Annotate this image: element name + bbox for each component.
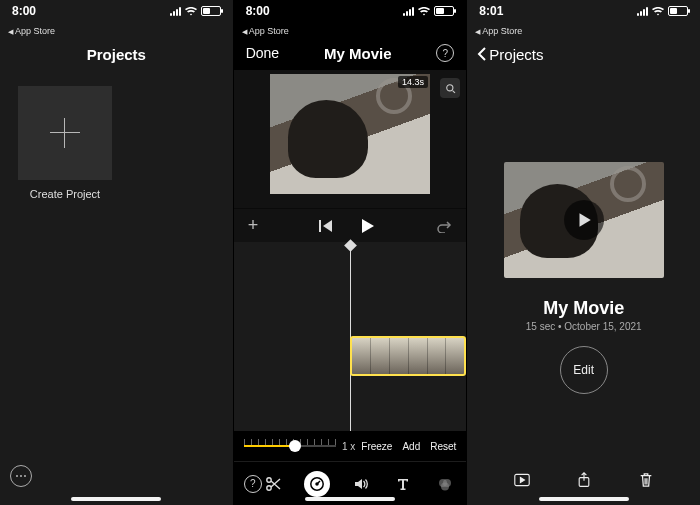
movie-title: My Movie (467, 298, 700, 319)
battery-icon (201, 6, 221, 16)
back-to-app[interactable]: App Store (0, 26, 233, 36)
text-icon[interactable] (392, 473, 414, 495)
back-to-app[interactable]: App Store (467, 26, 700, 36)
svg-rect-1 (319, 220, 321, 232)
filters-icon[interactable] (434, 473, 456, 495)
battery-icon (668, 6, 688, 16)
speed-slider[interactable] (244, 437, 336, 455)
status-icons (403, 4, 454, 16)
play-rect-icon[interactable] (511, 469, 533, 491)
home-indicator[interactable] (71, 497, 161, 501)
back-to-app[interactable]: App Store (234, 26, 467, 36)
cellular-icon (170, 7, 181, 16)
svg-point-8 (441, 482, 449, 490)
page-title: Projects (0, 36, 233, 72)
edit-button[interactable]: Edit (560, 346, 608, 394)
scissors-icon[interactable] (262, 473, 284, 495)
wifi-icon (652, 7, 664, 16)
done-button[interactable]: Done (246, 45, 279, 61)
editor-header: Done My Movie ? (234, 36, 467, 70)
preview-pane: 14.3s (234, 70, 467, 208)
status-time: 8:00 (246, 4, 270, 18)
wifi-icon (185, 7, 197, 16)
play-overlay[interactable] (504, 162, 664, 278)
share-icon[interactable] (573, 469, 595, 491)
home-indicator[interactable] (539, 497, 629, 501)
chevron-left-icon (477, 46, 487, 62)
plus-icon (50, 118, 80, 148)
movie-meta: 15 sec • October 15, 2021 (467, 321, 700, 332)
back-label: Projects (489, 46, 543, 63)
battery-icon (434, 6, 454, 16)
add-media-button[interactable]: + (248, 215, 259, 236)
rewind-button[interactable] (319, 220, 333, 232)
cellular-icon (403, 7, 414, 16)
zoom-button[interactable] (440, 78, 460, 98)
more-button[interactable]: ⋯ (10, 465, 32, 487)
timeline[interactable] (234, 242, 467, 431)
help-button[interactable]: ? (436, 44, 454, 62)
duration-tag: 14.3s (398, 76, 428, 88)
add-button[interactable]: Add (402, 441, 420, 452)
movie-thumbnail[interactable] (504, 162, 664, 278)
editor-screen: 8:00 App Store Done My Movie ? 14.3s + (234, 0, 467, 505)
bottom-actions (467, 469, 700, 491)
transport-bar: + (234, 208, 467, 242)
project-title: My Movie (324, 45, 392, 62)
speedometer-icon[interactable] (304, 471, 330, 497)
play-icon (564, 200, 604, 240)
home-indicator[interactable] (305, 497, 395, 501)
preview-video-thumb[interactable]: 14.3s (270, 74, 430, 194)
svg-point-3 (267, 485, 271, 489)
svg-point-2 (267, 477, 271, 481)
play-button[interactable] (359, 218, 375, 234)
project-detail-screen: 8:01 App Store Projects My Movie 15 sec (467, 0, 700, 505)
wifi-icon (418, 7, 430, 16)
speed-value: 1 x (342, 441, 355, 452)
status-time: 8:01 (479, 4, 503, 18)
trash-icon[interactable] (635, 469, 657, 491)
projects-screen: 8:00 App Store Projects Create Project ⋯ (0, 0, 233, 505)
volume-icon[interactable] (350, 473, 372, 495)
svg-point-0 (447, 84, 453, 90)
video-clip[interactable] (350, 336, 466, 376)
freeze-button[interactable]: Freeze (361, 441, 392, 452)
status-time: 8:00 (12, 4, 36, 18)
back-button[interactable]: Projects (467, 36, 700, 72)
speed-controls: 1 x Freeze Add Reset (234, 431, 467, 461)
undo-button[interactable] (436, 219, 452, 233)
status-icons (637, 4, 688, 16)
create-project-label: Create Project (18, 188, 112, 200)
cellular-icon (637, 7, 648, 16)
help-button-bottom[interactable]: ? (244, 475, 262, 493)
svg-point-5 (316, 483, 318, 485)
status-icons (170, 4, 221, 16)
create-project-tile[interactable] (18, 86, 112, 180)
reset-button[interactable]: Reset (430, 441, 456, 452)
